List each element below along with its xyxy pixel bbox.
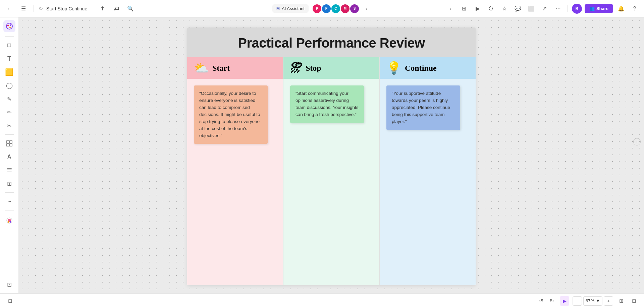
sidebar-divider-4 [5, 210, 14, 210]
sidebar-icon-text[interactable]: T [3, 53, 15, 65]
zoom-out-button[interactable]: − [573, 296, 582, 306]
share-button[interactable]: 👥 Share [585, 4, 613, 13]
sidebar-icon-list[interactable]: ☰ [3, 164, 15, 176]
sidebar-icon-pen[interactable]: ✎ [3, 93, 15, 105]
sidebar-icon-table[interactable] [3, 137, 15, 149]
play-button[interactable]: ▶ [560, 296, 569, 306]
topbar-right: › ⊞ ▶ ⏱ ☆ 💬 ⬜ ↗ ⋯ B 👥 Share 🔔 ? [374, 3, 640, 14]
separator-3 [568, 5, 568, 12]
undo-button[interactable]: ↺ [536, 296, 546, 306]
sticky-note-start[interactable]: "Occasionally, your desire to ensure eve… [194, 85, 268, 144]
continue-label: Continue [405, 64, 437, 73]
svg-point-9 [7, 221, 9, 223]
sidebar-bottom: ⊡ [3, 279, 15, 291]
sidebar-icon-more[interactable]: ··· [3, 195, 15, 207]
continue-emoji: 💡 [386, 62, 401, 74]
canvas-area[interactable]: Practical Performance Review ⛅ Start "Oc… [19, 17, 644, 293]
separator-1 [34, 5, 34, 12]
export-button[interactable]: ⬆ [97, 3, 108, 14]
left-sidebar: □ T 🟨 ◯ ✎ ✏ ✂ A ☰ ⊞ ··· ⊡ [0, 17, 19, 293]
board-header: Practical Performance Review [187, 27, 476, 57]
sidebar-divider-3 [5, 192, 14, 193]
board: Practical Performance Review ⛅ Start "Oc… [187, 27, 476, 285]
sidebar-icon-frame[interactable]: □ [3, 39, 15, 51]
ai-assistant-label: AI Assistant [282, 6, 305, 11]
board-title: Practical Performance Review [201, 36, 462, 51]
sidebar-icon-eraser[interactable]: ✏ [3, 106, 15, 118]
topbar: ← ☰ ↻ Practical Performance Review Start… [0, 0, 644, 17]
sticky-note-start-text: "Occasionally, your desire to ensure eve… [199, 91, 260, 138]
bottombar: ⊡ ↺ ↻ ▶ − 67% ▼ + ⊞ ⊞ [0, 293, 644, 308]
more-options-button[interactable]: ⋯ [553, 3, 564, 14]
fit-to-screen-button[interactable]: ⊞ [616, 296, 626, 306]
start-emoji: ⛅ [194, 62, 209, 74]
sidebar-icon-palette[interactable] [3, 214, 15, 227]
column-start: ⛅ Start "Occasionally, your desire to en… [187, 57, 283, 285]
help-button[interactable]: ? [629, 3, 640, 14]
tag-button[interactable]: 🏷 [111, 3, 122, 14]
start-label: Start [212, 64, 230, 73]
doc-sync-icon: ↻ [39, 5, 43, 12]
sidebar-icon-text2[interactable]: A [3, 151, 15, 163]
zoom-controls: − 67% ▼ + [573, 296, 613, 306]
sticky-note-stop[interactable]: "Start communicating your opinions asser… [290, 85, 364, 123]
column-body-stop: "Start communicating your opinions asser… [283, 79, 379, 285]
info-icon[interactable]: i [633, 138, 641, 145]
column-header-stop: ⛈ Stop [283, 57, 379, 79]
undo-redo-group: ↺ ↻ [536, 296, 556, 306]
sidebar-divider-1 [5, 36, 14, 37]
column-stop: ⛈ Stop "Start communicating your opinion… [283, 57, 380, 285]
bottombar-left: ⊡ [5, 296, 15, 306]
minimap-button[interactable]: ⊡ [5, 296, 15, 306]
topbar-left: ← ☰ ↻ Practical Performance Review Start… [4, 3, 270, 14]
sidebar-icon-logo[interactable] [3, 20, 15, 32]
column-header-start: ⛅ Start [187, 57, 283, 79]
template-button[interactable]: ⊞ [459, 3, 470, 14]
doc-title: Practical Performance Review Start Stop … [46, 6, 87, 11]
board-content: ⛅ Start "Occasionally, your desire to en… [187, 57, 476, 285]
svg-point-1 [7, 25, 9, 26]
svg-rect-7 [10, 144, 12, 146]
sidebar-icon-grid[interactable]: ⊞ [3, 178, 15, 190]
svg-rect-4 [7, 141, 9, 143]
avatar-4: M [341, 4, 350, 13]
svg-point-0 [6, 23, 12, 29]
topbar-center: M AI Assistant P P C M S ‹ [272, 3, 372, 14]
notifications-button[interactable]: 🔔 [616, 3, 627, 14]
sidebar-icon-scissors[interactable]: ✂ [3, 120, 15, 132]
sidebar-icon-minimap[interactable]: ⊡ [3, 279, 15, 291]
sidebar-icon-sticky[interactable]: 🟨 [3, 66, 15, 78]
svg-point-2 [10, 24, 11, 26]
menu-button[interactable]: ☰ [18, 3, 29, 14]
voting-button[interactable]: ☆ [499, 3, 510, 14]
zoom-dropdown-icon: ▼ [596, 298, 600, 303]
ai-assistant-button[interactable]: M AI Assistant [272, 4, 309, 13]
present-button[interactable]: ▶ [472, 3, 483, 14]
column-body-start: "Occasionally, your desire to ensure eve… [187, 79, 283, 285]
zoom-in-button[interactable]: + [604, 296, 613, 306]
main-layout: □ T 🟨 ◯ ✎ ✏ ✂ A ☰ ⊞ ··· ⊡ [0, 17, 644, 293]
fullscreen-button[interactable]: ⊞ [629, 296, 639, 306]
reactions-button[interactable]: 💬 [513, 3, 523, 14]
sidebar-divider-2 [5, 134, 14, 135]
sticky-note-continue[interactable]: "Your supportive attitude towards your p… [386, 85, 460, 130]
arrow-button[interactable]: ↗ [539, 3, 550, 14]
user-avatar: B [572, 4, 582, 14]
sticky-note-stop-text: "Start communicating your opinions asser… [296, 91, 359, 117]
sidebar-icon-shape[interactable]: ◯ [3, 79, 15, 91]
zoom-value[interactable]: 67% ▼ [583, 296, 602, 306]
chevron-right-button[interactable]: › [445, 3, 456, 14]
layout-button[interactable]: ⬜ [526, 3, 537, 14]
back-button[interactable]: ← [4, 3, 15, 14]
stop-label: Stop [306, 64, 321, 73]
avatar-5: S [350, 4, 359, 13]
column-continue: 💡 Continue "Your supportive attitude tow… [380, 57, 476, 285]
avatar-1: P [313, 4, 321, 13]
timer-button[interactable]: ⏱ [486, 3, 496, 14]
redo-button[interactable]: ↻ [547, 296, 556, 306]
search-button[interactable]: 🔍 [125, 3, 136, 14]
separator-2 [92, 5, 92, 12]
svg-point-3 [9, 27, 11, 28]
collapse-avatars-button[interactable]: ‹ [361, 3, 372, 14]
share-icon: 👥 [589, 6, 595, 11]
